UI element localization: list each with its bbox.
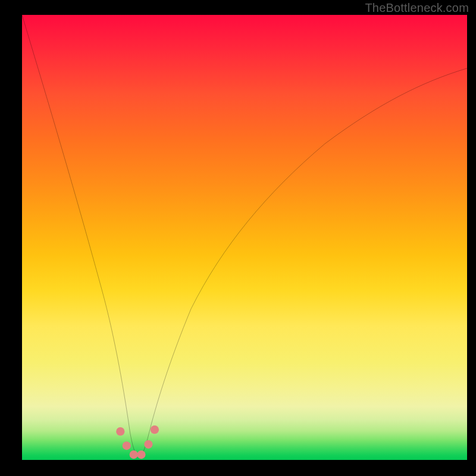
marker-dot [144,440,152,449]
marker-dot [151,425,159,434]
marker-dot [130,450,138,459]
marker-dot [116,427,124,436]
watermark-text: TheBottleneck.com [365,1,469,15]
chart-frame: TheBottleneck.com [0,0,476,476]
marker-dot [123,441,131,450]
plot-area [22,15,467,460]
marker-dot [137,450,145,459]
markers-svg [22,15,467,460]
